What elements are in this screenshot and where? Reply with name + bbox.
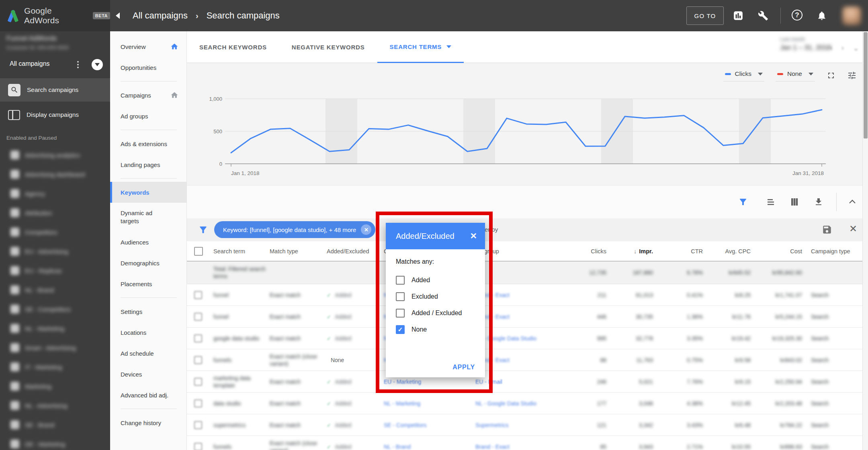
scrollbar-thumb[interactable]: [864, 32, 868, 138]
option-excluded[interactable]: Excluded: [396, 288, 476, 305]
row-checkbox[interactable]: [194, 399, 202, 407]
ad-group-link-redacted[interactable]: NL - Google Data Studio: [475, 335, 572, 342]
tab-search-keywords[interactable]: SEARCH KEYWORDS: [187, 31, 279, 63]
campaign-link-redacted[interactable]: NL - Brand: [384, 443, 470, 450]
campaign-list-item[interactable]: NL - Brand: [0, 280, 110, 299]
option-none[interactable]: ✓ None: [396, 321, 476, 338]
nav-item-advanced-bid-adj[interactable]: Advanced bid adj.: [110, 385, 186, 405]
campaign-list-item[interactable]: Agency: [0, 184, 110, 203]
row-checkbox[interactable]: [194, 421, 202, 429]
kebab-menu-icon[interactable]: [74, 59, 82, 70]
ad-group-link-redacted[interactable]: NL - Google Data Studio: [475, 400, 572, 407]
expand-campaigns-button[interactable]: [92, 59, 103, 70]
segment-icon[interactable]: [766, 197, 775, 207]
nav-item-audiences[interactable]: Audiences: [110, 232, 186, 252]
campaign-list-item[interactable]: NL - Marketing: [0, 319, 110, 338]
tools-wrench-icon[interactable]: [758, 10, 768, 21]
nav-item-dynamic-ad-targets[interactable]: Dynamic ad targets: [110, 203, 186, 232]
keyword-filter-chip[interactable]: Keyword: [funnel], [google data studio],…: [214, 221, 375, 238]
nav-item-locations[interactable]: Locations: [110, 322, 186, 343]
campaign-list-item[interactable]: Advertising dashboard: [0, 165, 110, 184]
remove-filter-icon[interactable]: ✕: [361, 224, 371, 235]
option-added[interactable]: Added: [396, 272, 476, 288]
ad-group-link-redacted[interactable]: Brand - Exact: [475, 313, 572, 320]
user-avatar[interactable]: [842, 6, 861, 25]
nav-item-ads-extensions[interactable]: Ads & extensions: [110, 133, 186, 154]
close-filter-icon[interactable]: ✕: [849, 223, 857, 234]
sidebar-item-display-campaigns[interactable]: Display campaigns: [0, 103, 110, 126]
ad-group-link-redacted[interactable]: EU - Email: [475, 378, 572, 385]
header-cost[interactable]: Cost: [746, 248, 802, 255]
vertical-scrollbar[interactable]: [862, 31, 868, 450]
nav-item-ad-schedule[interactable]: Ad schedule: [110, 343, 186, 364]
nav-item-landing-pages[interactable]: Landing pages: [110, 154, 186, 175]
nav-item-demographics[interactable]: Demographics: [110, 252, 186, 273]
row-checkbox[interactable]: [194, 291, 202, 299]
row-checkbox[interactable]: [194, 443, 202, 450]
chart-settings-tune-icon[interactable]: [847, 71, 857, 80]
ad-group-link-redacted[interactable]: Supermetrics: [475, 421, 572, 429]
save-filter-icon[interactable]: [822, 224, 832, 235]
notifications-bell-icon[interactable]: [817, 10, 827, 21]
header-search-term[interactable]: Search term: [213, 248, 265, 255]
nav-item-ad-groups[interactable]: Ad groups: [110, 106, 186, 126]
campaign-link-redacted[interactable]: SE - Competitors: [384, 421, 470, 429]
ad-group-link-redacted[interactable]: Brand - Exact: [475, 443, 572, 450]
sidebar-item-search-campaigns[interactable]: Search campaigns: [0, 78, 110, 102]
tab-negative-keywords[interactable]: NEGATIVE KEYWORDS: [279, 31, 377, 63]
campaign-list-item[interactable]: Competitors: [0, 222, 110, 242]
ad-group-link-redacted[interactable]: Brand - Exact: [475, 291, 572, 299]
campaign-list-item[interactable]: EU - Advertising: [0, 242, 110, 261]
campaign-list-item[interactable]: SE - Competitors: [0, 299, 110, 319]
all-campaigns-row[interactable]: All campaigns: [0, 55, 110, 74]
adwords-logo[interactable]: Google AdWords BETA: [0, 0, 110, 31]
chevron-right-icon[interactable]: ›: [841, 43, 844, 53]
campaign-link-redacted[interactable]: EU - Marketing: [384, 378, 470, 385]
breadcrumb-search-campaigns[interactable]: Search campaigns: [207, 10, 280, 21]
header-avg-cpc[interactable]: Avg. CPC: [694, 248, 751, 255]
download-icon[interactable]: [814, 197, 823, 207]
row-checkbox[interactable]: [194, 334, 202, 342]
reports-icon[interactable]: [733, 10, 743, 21]
help-icon[interactable]: ?: [792, 10, 802, 20]
nav-item-devices[interactable]: Devices: [110, 364, 186, 385]
breadcrumb-all-campaigns[interactable]: All campaigns: [133, 10, 188, 21]
nav-item-settings[interactable]: Settings: [110, 301, 186, 322]
metric-selector-clicks[interactable]: Clicks: [723, 69, 764, 81]
checkbox-added-excluded[interactable]: [396, 309, 405, 318]
header-ad-group[interactable]: Ad group: [475, 248, 572, 255]
collapse-panel-icon[interactable]: [116, 12, 120, 19]
chevron-left-icon[interactable]: ‹: [830, 43, 832, 53]
campaign-list-item[interactable]: Advertising analytics: [0, 145, 110, 165]
nav-item-keywords[interactable]: Keywords: [110, 182, 186, 203]
fullscreen-icon[interactable]: [826, 71, 836, 80]
filter-funnel-icon[interactable]: [738, 197, 748, 207]
campaign-list-item[interactable]: DE - Marketing: [0, 434, 110, 450]
checkbox-excluded[interactable]: [396, 292, 405, 301]
apply-button[interactable]: APPLY: [452, 364, 475, 371]
header-impressions[interactable]: ↓Impr.: [605, 248, 653, 255]
header-clicks[interactable]: Clicks: [566, 248, 606, 255]
checkbox-none-checked[interactable]: ✓: [396, 325, 405, 334]
checkbox-added[interactable]: [396, 276, 405, 285]
header-match-type[interactable]: Match type: [270, 248, 323, 255]
row-checkbox[interactable]: [194, 378, 202, 386]
collapse-table-chevron-icon[interactable]: [848, 197, 857, 207]
header-campaign-type[interactable]: Campaign type: [811, 248, 863, 255]
date-range-picker[interactable]: Last month Jan 1 – 31, 2018: [780, 37, 831, 52]
ad-group-link-redacted[interactable]: Brand - Exact: [475, 356, 572, 364]
option-added-excluded[interactable]: Added / Excluded: [396, 305, 476, 321]
campaign-list-item[interactable]: IT - Marketing: [0, 357, 110, 377]
campaign-list-item[interactable]: EU - Replicas: [0, 261, 110, 280]
select-all-checkbox[interactable]: [194, 247, 203, 256]
nav-item-placements[interactable]: Placements: [110, 273, 186, 294]
nav-item-change-history[interactable]: Change history: [110, 412, 186, 433]
campaign-list-item[interactable]: NL - Advertising: [0, 396, 110, 415]
campaign-list-item[interactable]: Smart - Advertising: [0, 338, 110, 357]
close-icon[interactable]: ✕: [470, 231, 477, 241]
columns-icon[interactable]: [790, 197, 799, 207]
campaign-list-item[interactable]: SE - Brand: [0, 415, 110, 434]
campaign-list-item[interactable]: Marketing: [0, 377, 110, 396]
campaign-list-item[interactable]: Attribution: [0, 203, 110, 222]
tab-search-terms[interactable]: SEARCH TERMS: [377, 31, 464, 63]
